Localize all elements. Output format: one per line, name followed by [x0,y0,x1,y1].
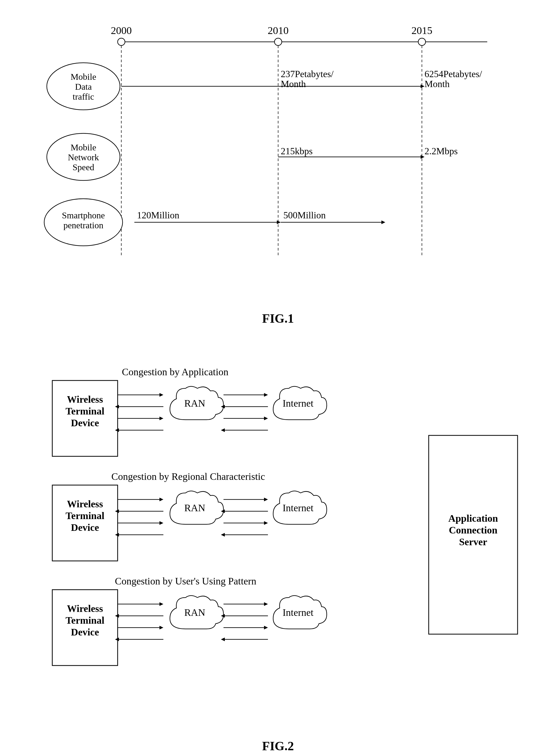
svg-marker-83 [264,521,268,525]
svg-marker-102 [264,602,268,606]
svg-text:Congestion by Application: Congestion by Application [122,366,228,377]
svg-point-1 [118,38,125,45]
svg-text:Device: Device [71,522,99,533]
svg-marker-35 [381,220,385,224]
fig2-wrapper: Application Connection Server Congestion… [31,346,525,753]
svg-text:RAN: RAN [184,502,205,513]
svg-text:RAN: RAN [184,398,205,409]
svg-text:120Million: 120Million [137,210,179,220]
svg-text:Internet: Internet [283,398,314,409]
svg-marker-32 [277,220,281,224]
fig1-svg: 2000 2010 2015 Mobile Data traffic 237Pe [43,21,513,277]
svg-text:Congestion by Regional Charact: Congestion by Regional Characteristic [111,471,265,482]
svg-marker-108 [221,638,225,641]
svg-text:Data: Data [75,82,92,92]
svg-text:Speed: Speed [72,162,94,172]
svg-text:Wireless: Wireless [67,499,103,509]
svg-text:2015: 2015 [411,25,432,36]
svg-text:Device: Device [71,417,99,428]
svg-marker-51 [160,417,163,420]
svg-marker-93 [160,602,163,606]
svg-text:Wireless: Wireless [67,603,103,614]
svg-text:2.2Mbps: 2.2Mbps [424,146,458,157]
fig1-caption: FIG.1 [31,311,525,325]
svg-text:Smartphone: Smartphone [62,210,105,220]
svg-marker-79 [264,497,268,501]
svg-text:215kbps: 215kbps [281,146,313,157]
svg-marker-97 [160,626,163,629]
svg-marker-74 [160,521,163,525]
svg-text:Terminal: Terminal [66,615,105,626]
fig1-diagram: 2000 2010 2015 Mobile Data traffic 237Pe [31,21,525,296]
svg-text:2010: 2010 [268,25,288,36]
fig2-caption: FIG.2 [31,739,525,753]
svg-point-4 [275,38,282,45]
svg-marker-62 [221,428,225,432]
svg-marker-56 [264,393,268,397]
svg-text:Terminal: Terminal [66,406,105,417]
svg-text:Terminal: Terminal [66,510,105,521]
svg-text:Internet: Internet [283,607,314,618]
svg-marker-70 [160,497,163,501]
svg-marker-60 [264,417,268,420]
svg-text:Internet: Internet [283,502,314,513]
fig2-svg: Application Connection Server Congestion… [31,346,528,723]
svg-text:Congestion by User's Using Pat: Congestion by User's Using Pattern [115,576,256,587]
fig2-diagram: Application Connection Server Congestion… [31,346,525,733]
svg-text:Connection: Connection [449,524,497,536]
svg-marker-85 [221,533,225,537]
svg-text:Month: Month [281,79,306,89]
svg-text:237Petabytes/: 237Petabytes/ [281,69,334,79]
svg-text:Application: Application [448,513,498,524]
svg-text:Device: Device [71,626,99,638]
svg-text:Mobile: Mobile [70,72,96,81]
svg-text:RAN: RAN [184,607,205,618]
svg-marker-47 [160,393,163,397]
svg-text:traffic: traffic [72,92,94,101]
svg-text:Wireless: Wireless [67,394,103,405]
svg-text:500Million: 500Million [283,210,326,220]
page: 2000 2010 2015 Mobile Data traffic 237Pe [0,0,556,756]
svg-text:2000: 2000 [111,25,132,36]
svg-marker-106 [264,626,268,629]
svg-text:Mobile: Mobile [70,142,96,152]
svg-text:6254Petabytes/: 6254Petabytes/ [424,69,482,79]
svg-text:Network: Network [68,152,99,162]
svg-marker-25 [421,155,424,159]
svg-point-7 [418,38,425,45]
svg-text:penetration: penetration [63,220,103,230]
svg-text:Month: Month [424,79,450,89]
svg-marker-15 [421,84,424,88]
svg-text:Server: Server [459,536,487,547]
